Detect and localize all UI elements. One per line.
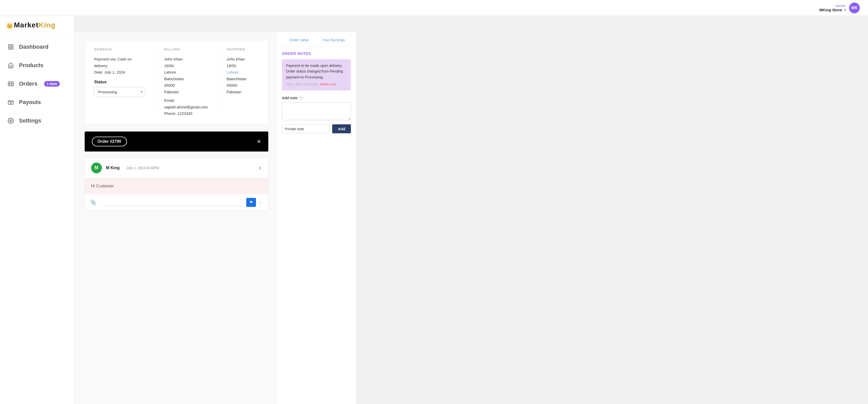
billing-name: John Khan [164,56,208,63]
settings-icon [7,117,14,124]
chat-avatar: M [91,163,102,173]
chat-timestamp: July 1, 2024 8:03PM [126,166,159,170]
sidebar-item-settings[interactable]: Settings [0,111,74,130]
sidebar-item-dashboard[interactable]: Dashboard [0,38,74,56]
note-text: Payment to be made upon delivery. Order … [286,63,347,80]
main-content: GENERAL Payment via: Cash on delivery Da… [74,32,356,404]
chat-message-body: Hi Customer [85,178,268,194]
status-label: Status [94,80,146,85]
billing-header: BILLING [164,47,208,51]
billing-country: Pakistan [164,89,208,95]
svg-rect-1 [11,44,13,46]
avatar: MK [849,3,860,13]
sidebar-item-label-products: Products [19,62,43,69]
billing-state: Balochistan [164,76,208,82]
shipping-address1: 19/50 [226,63,259,69]
topbar: Vendor MKing Store ▾ MK [0,0,868,16]
sidebar-item-label-payouts: Payouts [19,99,41,106]
shipping-header: SHIPPING [226,47,259,51]
order-chat-modal: Order #2790 ✕ [85,132,268,152]
chat-user-name: M King [106,166,120,170]
order-info-section: GENERAL Payment via: Cash on delivery Da… [85,40,268,124]
user-info: Vendor MKing Store ▾ [819,4,846,12]
payment-info: Payment via: Cash on delivery [94,56,146,69]
order-value-label: Order Value [282,38,316,42]
crown-icon: 👑 [6,22,13,29]
note-meta: July 1, 2024 at 6:43 pm Delete note [286,82,347,87]
chat-input[interactable] [99,198,243,206]
chat-flag-button[interactable]: ⚑ [246,198,256,207]
modal-header: Order #2790 ✕ [85,132,268,152]
user-name: MKing Store ▾ [819,8,846,12]
note-time: July 1, 2024 at 6:43 pm [286,82,318,87]
delete-note-link[interactable]: Delete note [320,82,336,87]
chat-send-button[interactable]: ▷ [259,199,263,205]
add-note-textarea[interactable] [282,102,351,120]
user-menu[interactable]: Vendor MKing Store ▾ MK [819,3,860,13]
add-note-help-icon: ? [299,96,304,100]
general-header: GENERAL [94,47,146,51]
products-icon [7,62,14,69]
orders-badge: 1 New [44,81,60,87]
user-role: Vendor [819,4,846,8]
order-note-card: Payment to be made upon delivery. Order … [282,59,351,91]
billing-email: Email: najeeb.ahmd@gmail.com [164,97,208,110]
billing-zip: 45000 [164,82,208,89]
attach-icon[interactable]: 📎 [90,199,96,205]
billing-phone: Phone: 1223345 [164,110,208,117]
dashboard-icon [7,43,14,50]
your-earnings-label: Your Earnings [316,38,351,42]
sidebar-nav: Dashboard Products Orders 1 New Payouts [0,35,74,404]
svg-rect-3 [11,47,13,49]
sidebar-item-label-dashboard: Dashboard [19,43,49,50]
add-note-footer: Private note Note to customer Add [282,124,351,133]
sidebar-item-payouts[interactable]: Payouts [0,93,74,111]
svg-rect-0 [8,44,10,46]
modal-close-button[interactable]: ✕ [257,138,261,144]
shipping-state: Balochistan [226,76,259,82]
shipping-col: SHIPPING John Khan 19/50 Lahore Balochis… [217,47,268,117]
note-type-select[interactable]: Private note Note to customer [282,125,330,133]
add-note-label: Add note ? [282,96,351,100]
order-value-row: Order Value Your Earnings [282,38,351,46]
billing-col: BILLING John Khan 19/50 Lahore Balochist… [155,47,217,117]
shipping-city: Lahore [226,69,259,76]
payouts-icon [7,99,14,106]
right-panel: Order Value Your Earnings ORDER NOTES Pa… [277,32,356,404]
chat-input-row: 📎 ⚑ ▷ [85,194,268,210]
shipping-zip: 45000 [226,82,259,89]
svg-rect-2 [8,47,10,49]
date-info: Date: July 1, 2024 [94,69,146,76]
general-col: GENERAL Payment via: Cash on delivery Da… [85,47,155,117]
add-note-button[interactable]: Add [332,124,351,133]
billing-city: Lahore [164,69,208,76]
status-select[interactable]: Processing Pending payment Completed On … [94,87,146,97]
chat-message-header: M M King July 1, 2024 8:03PM ∧ [85,158,268,178]
order-notes-title: ORDER NOTES [282,52,351,56]
sidebar-item-label-settings: Settings [19,117,41,124]
chat-collapse-icon[interactable]: ∧ [258,165,262,171]
status-select-wrap[interactable]: Processing Pending payment Completed On … [94,87,146,97]
order-badge: Order #2790 [92,137,127,146]
shipping-name: John Khan [226,56,259,63]
billing-address1: 19/50 [164,63,208,69]
sidebar: 👑MarketKing Dashboard Products Order [0,16,74,404]
sidebar-item-products[interactable]: Products [0,56,74,75]
chat-section: M M King July 1, 2024 8:03PM ∧ Hi Custom… [85,158,268,211]
logo: 👑MarketKing [0,16,74,35]
chat-user-info: M M King July 1, 2024 8:03PM [91,163,159,173]
center-content: GENERAL Payment via: Cash on delivery Da… [74,32,277,404]
svg-point-7 [10,120,11,122]
sidebar-item-label-orders: Orders [19,80,37,87]
svg-point-6 [10,103,11,104]
orders-icon [7,80,14,88]
shipping-country: Pakistan [226,89,259,95]
sidebar-item-orders[interactable]: Orders 1 New [0,75,74,93]
